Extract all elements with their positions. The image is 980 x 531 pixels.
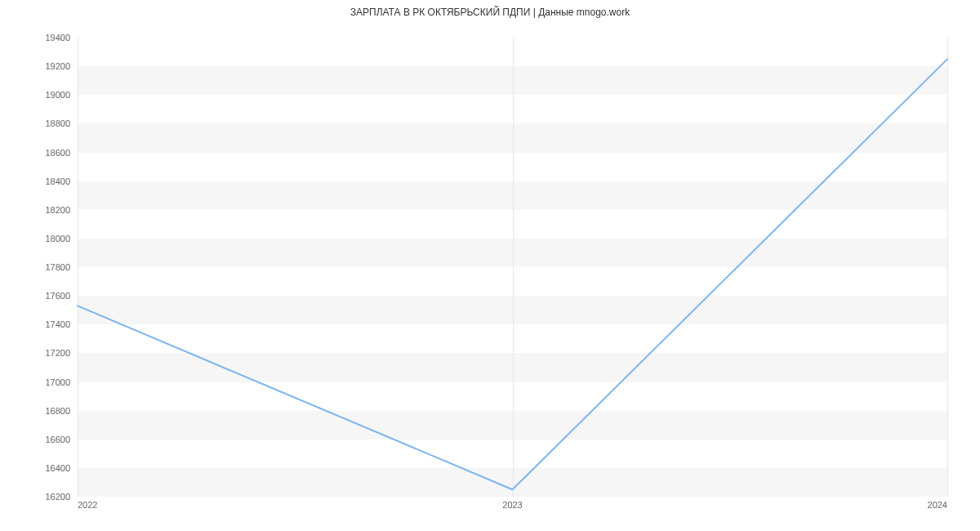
y-tick-label: 16600 (45, 435, 70, 444)
x-axis-ticks: 202220232024 (78, 500, 947, 516)
x-tick-label: 2024 (928, 500, 947, 510)
y-tick-label: 17800 (45, 262, 70, 272)
line-chart: ЗАРПЛАТА В РК ОКТЯБРЬСКИЙ ПДПИ | Данные … (0, 0, 980, 531)
y-tick-label: 17200 (45, 348, 70, 358)
y-tick-label: 17600 (45, 291, 70, 301)
y-axis-ticks: 1620016400166001680017000172001740017600… (0, 38, 74, 497)
x-tick-label: 2023 (502, 500, 522, 510)
y-tick-label: 18800 (45, 118, 70, 128)
y-tick-label: 19400 (45, 33, 70, 42)
y-tick-label: 19200 (45, 61, 70, 71)
series-line (78, 59, 947, 489)
y-tick-label: 16800 (45, 406, 70, 416)
chart-title: ЗАРПЛАТА В РК ОКТЯБРЬСКИЙ ПДПИ | Данные … (0, 7, 980, 18)
y-tick-label: 17400 (45, 319, 70, 329)
y-tick-label: 18200 (45, 205, 70, 215)
y-tick-label: 17000 (45, 377, 70, 387)
y-tick-label: 18000 (45, 234, 70, 243)
y-tick-label: 18400 (45, 176, 70, 186)
y-tick-label: 16400 (45, 463, 70, 473)
y-tick-label: 19000 (45, 90, 70, 100)
gridline-vertical (947, 38, 948, 497)
y-tick-label: 18600 (45, 148, 70, 158)
series-layer (78, 38, 947, 497)
plot-area (78, 38, 947, 497)
y-tick-label: 16200 (45, 492, 70, 502)
x-tick-label: 2022 (78, 500, 97, 510)
